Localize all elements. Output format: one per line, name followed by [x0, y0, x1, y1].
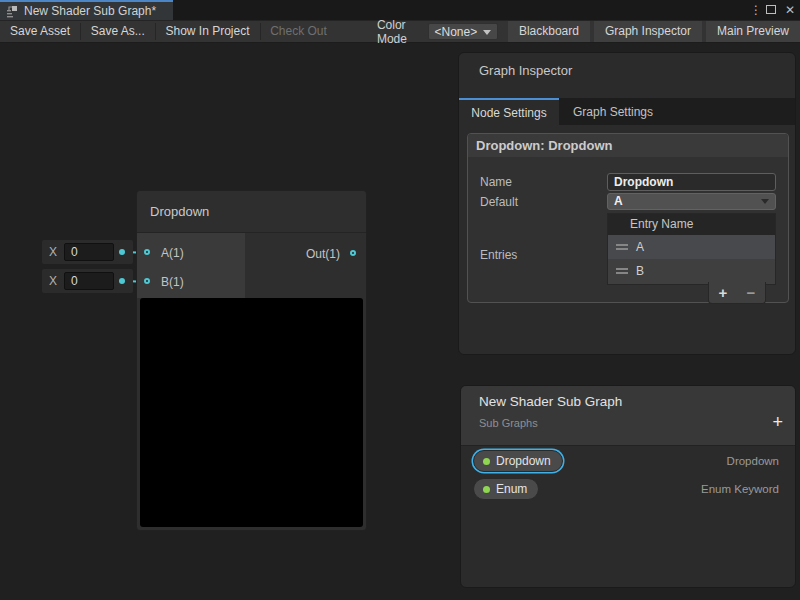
property-type-label: Dropdown — [727, 455, 779, 467]
blackboard-toggle-button[interactable]: Blackboard — [508, 21, 590, 42]
property-pill-dropdown[interactable]: Dropdown — [473, 450, 563, 472]
input-port-b-label: B(1) — [161, 275, 184, 289]
drag-handle-icon[interactable] — [616, 242, 628, 252]
default-value: A — [614, 194, 623, 208]
axis-label: X — [42, 274, 64, 288]
entry-row[interactable]: B — [608, 259, 775, 283]
window-menu-icon[interactable]: ⋮ — [748, 0, 764, 20]
color-mode-label: Color Mode — [369, 18, 428, 46]
blackboard-subtitle: Sub Graphs — [479, 417, 538, 429]
name-label: Name — [480, 175, 512, 189]
entry-row[interactable]: A — [608, 235, 775, 259]
chevron-down-icon — [483, 30, 491, 35]
output-port-icon[interactable] — [350, 250, 356, 256]
color-mode-dropdown[interactable]: <None> — [428, 23, 498, 40]
check-out-button: Check Out — [260, 21, 337, 42]
entries-list-footer: + − — [708, 282, 766, 304]
property-pill-enum[interactable]: Enum — [473, 478, 539, 500]
shader-graph-window: New Shader Sub Graph* ⋮ ✕ Save Asset Sav… — [0, 0, 800, 600]
save-asset-button[interactable]: Save Asset — [0, 21, 80, 42]
output-port-label: Out(1) — [306, 247, 340, 261]
entries-header: Entry Name — [608, 214, 775, 235]
connector-dot-icon[interactable] — [119, 249, 125, 255]
property-pill-label: Dropdown — [496, 454, 551, 468]
panel-title: Graph Inspector — [479, 63, 572, 78]
graph-inspector-toggle-button[interactable]: Graph Inspector — [594, 21, 702, 42]
shader-graph-icon — [6, 5, 19, 18]
node-title[interactable]: Dropdown — [137, 191, 366, 233]
entries-label: Entries — [480, 248, 517, 262]
node-preview — [140, 298, 363, 527]
property-type-label: Enum Keyword — [701, 483, 779, 495]
color-mode-value: <None> — [435, 25, 478, 39]
tab-node-settings[interactable]: Node Settings — [459, 98, 559, 125]
input-port-b-icon[interactable] — [144, 278, 150, 284]
tab-title: New Shader Sub Graph* — [24, 4, 156, 18]
graph-inspector-panel: Graph Inspector Node Settings Graph Sett… — [458, 52, 796, 355]
float-value-field[interactable]: 0 — [64, 243, 114, 261]
add-property-button[interactable]: + — [772, 410, 783, 434]
toolbar: Save Asset Save As... Show In Project Ch… — [0, 20, 800, 43]
chevron-down-icon — [761, 199, 769, 204]
main-preview-toggle-button[interactable]: Main Preview — [706, 21, 800, 42]
close-icon[interactable]: ✕ — [782, 0, 798, 20]
connector-dot-icon[interactable] — [119, 278, 125, 284]
axis-label: X — [42, 245, 64, 259]
maximize-icon[interactable] — [766, 5, 776, 14]
blackboard-title: New Shader Sub Graph — [479, 394, 622, 409]
float-input-b: X 0 — [42, 269, 133, 293]
node-body: A(1) B(1) Out(1) — [137, 233, 366, 298]
entry-name: A — [636, 240, 644, 254]
float-value-field[interactable]: 0 — [64, 272, 114, 290]
entry-name: B — [636, 264, 644, 278]
input-port-a-icon[interactable] — [144, 249, 150, 255]
show-in-project-button[interactable]: Show In Project — [155, 21, 259, 42]
tab-graph-settings[interactable]: Graph Settings — [559, 98, 667, 125]
float-input-a: X 0 — [42, 240, 133, 264]
dropdown-node[interactable]: Dropdown A(1) B(1) Out(1) — [136, 190, 367, 531]
section-title: Dropdown: Dropdown — [468, 134, 788, 157]
document-tab[interactable]: New Shader Sub Graph* — [0, 0, 173, 20]
property-dot-icon — [483, 458, 490, 465]
dropdown-settings-section: Dropdown: Dropdown Name Dropdown Default… — [467, 133, 789, 303]
default-dropdown[interactable]: A — [607, 193, 776, 210]
property-dot-icon — [483, 486, 490, 493]
default-label: Default — [480, 195, 518, 209]
node-output-section: Out(1) — [245, 233, 366, 298]
add-entry-button[interactable]: + — [719, 284, 728, 301]
blackboard-header: New Shader Sub Graph Sub Graphs + — [461, 386, 795, 446]
name-field[interactable]: Dropdown — [607, 173, 776, 191]
remove-entry-button[interactable]: − — [747, 284, 756, 301]
drag-handle-icon[interactable] — [616, 266, 628, 276]
input-port-a-label: A(1) — [161, 246, 184, 260]
save-as-button[interactable]: Save As... — [81, 21, 155, 42]
inspector-tab-bar: Node Settings Graph Settings — [459, 98, 795, 125]
blackboard-panel: New Shader Sub Graph Sub Graphs + Dropdo… — [460, 385, 796, 588]
entries-list: Entry Name A B — [607, 213, 776, 285]
property-pill-label: Enum — [496, 482, 527, 496]
node-input-section: A(1) B(1) — [137, 233, 245, 298]
